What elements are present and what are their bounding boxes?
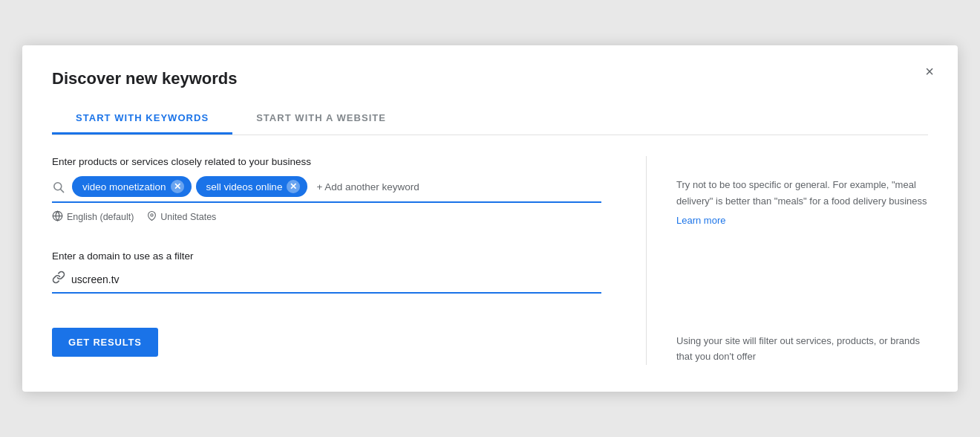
learn-more-link[interactable]: Learn more [676, 213, 928, 229]
language-icon [52, 210, 63, 224]
lang-location-row: English (default) United States [52, 210, 601, 224]
link-icon [52, 271, 65, 288]
location-item[interactable]: United States [147, 210, 216, 224]
chip-text-2: sell videos online [206, 181, 283, 192]
keyword-chip-1: video monetization ✕ [72, 176, 192, 197]
domain-input-row [52, 271, 601, 294]
language-label: English (default) [67, 212, 134, 222]
svg-point-4 [151, 214, 153, 216]
right-column: Try not to be too specific or general. F… [646, 156, 928, 365]
get-results-button[interactable]: GET RESULTS [52, 328, 158, 357]
add-keyword-button[interactable]: + Add another keyword [312, 178, 423, 195]
domain-section: Enter a domain to use as a filter [52, 250, 601, 294]
modal-title: Discover new keywords [52, 69, 928, 88]
chip-remove-1[interactable]: ✕ [171, 180, 184, 193]
chip-text-1: video monetization [82, 181, 166, 192]
svg-line-1 [61, 189, 64, 192]
domain-input[interactable] [71, 273, 601, 285]
keywords-section-label: Enter products or services closely relat… [52, 156, 601, 167]
keywords-hint: Try not to be too specific or general. F… [676, 177, 928, 209]
chip-remove-2[interactable]: ✕ [287, 180, 300, 193]
keywords-input-row: video monetization ✕ sell videos online … [52, 176, 601, 203]
tab-start-with-website[interactable]: START WITH A WEBSITE [232, 103, 410, 135]
keyword-chip-2: sell videos online ✕ [196, 176, 308, 197]
domain-hint: Using your site will filter out services… [676, 333, 928, 365]
search-icon [52, 181, 65, 193]
left-column: Enter products or services closely relat… [52, 156, 646, 365]
language-item[interactable]: English (default) [52, 210, 134, 224]
discover-keywords-modal: Discover new keywords × START WITH KEYWO… [22, 45, 958, 392]
content-row: Enter products or services closely relat… [52, 156, 928, 365]
domain-section-label: Enter a domain to use as a filter [52, 250, 601, 262]
close-button[interactable]: × [922, 60, 937, 83]
tab-start-with-keywords[interactable]: START WITH KEYWORDS [52, 103, 232, 135]
tabs-bar: START WITH KEYWORDS START WITH A WEBSITE [52, 103, 928, 135]
location-label: United States [160, 212, 216, 222]
location-icon [147, 210, 157, 224]
